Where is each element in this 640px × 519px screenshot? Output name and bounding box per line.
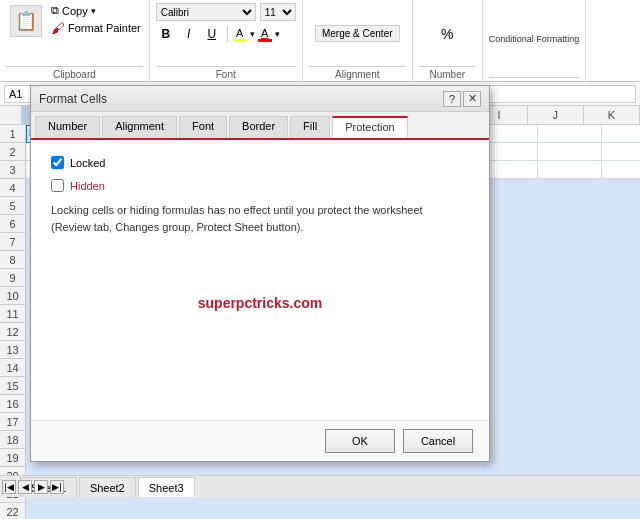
dialog-body: Locked Hidden Locking cells or hiding fo…	[31, 140, 489, 420]
tab-fill[interactable]: Fill	[290, 116, 330, 138]
tab-border[interactable]: Border	[229, 116, 288, 138]
hidden-row: Hidden	[51, 179, 469, 192]
dialog-title: Format Cells	[39, 92, 107, 106]
tab-protection[interactable]: Protection	[332, 116, 408, 138]
tab-alignment[interactable]: Alignment	[102, 116, 177, 138]
tab-font[interactable]: Font	[179, 116, 227, 138]
locked-checkbox[interactable]	[51, 156, 64, 169]
dialog-footer: OK Cancel	[31, 420, 489, 461]
dialog-tabs: Number Alignment Font Border Fill Protec…	[31, 112, 489, 140]
dialog-controls: ? ✕	[443, 91, 481, 107]
locked-row: Locked	[51, 156, 469, 169]
locked-label: Locked	[70, 157, 105, 169]
protection-description: Locking cells or hiding formulas has no …	[51, 202, 451, 235]
hidden-label: Hidden	[70, 180, 105, 192]
dialog-titlebar: Format Cells ? ✕	[31, 86, 489, 112]
watermark: superpctricks.com	[51, 295, 469, 311]
dialog-help-button[interactable]: ?	[443, 91, 461, 107]
dialog-close-button[interactable]: ✕	[463, 91, 481, 107]
format-cells-dialog: Format Cells ? ✕ Number Alignment Font B…	[30, 85, 490, 462]
cancel-button[interactable]: Cancel	[403, 429, 473, 453]
hidden-checkbox[interactable]	[51, 179, 64, 192]
tab-number[interactable]: Number	[35, 116, 100, 138]
ok-button[interactable]: OK	[325, 429, 395, 453]
dialog-overlay: Format Cells ? ✕ Number Alignment Font B…	[0, 0, 640, 519]
